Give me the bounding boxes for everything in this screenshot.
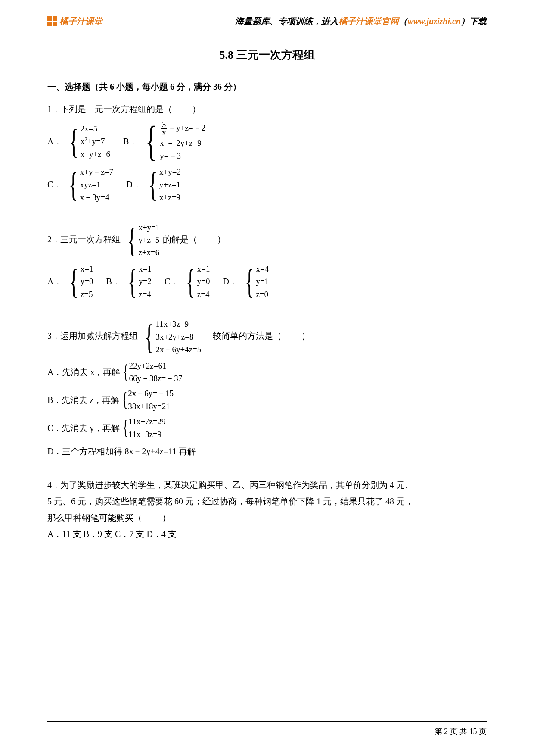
q4-line2: 5 元、6 元，购买这些钢笔需要花 60 元；经过协商，每种钢笔单价下降 1 元…: [47, 493, 487, 509]
footer-rule: [47, 721, 487, 722]
q2-option-c: C． { x=1 y=0 z=4: [165, 262, 211, 300]
q3-option-d: D． 三个方程相加得 8x－2y+4z=11 再解: [47, 443, 487, 459]
question-4: 4．为了奖励进步较大的学生，某班决定购买甲、乙、丙三种钢笔作为奖品，其单价分别为…: [47, 477, 487, 542]
q3-options: A． 先消去 x，再解 { 22y+2z=61 66y－38z=－37 B． 先…: [47, 359, 487, 460]
system-brace: { 2x－6y=－15 38x+18y=21: [120, 387, 174, 412]
logo-text: 橘子汁课堂: [59, 13, 102, 29]
logo-icon: [47, 16, 57, 26]
q1-option-d: D． { x+y=2 y+z=1 x+z=9: [126, 166, 182, 203]
q1-option-c: C． { x+y－z=7 xyz=1 x－3y=4: [47, 166, 114, 203]
q1-option-a: A． { 2x=5 x2+y=7 x+y+z=6: [47, 122, 111, 161]
page-title: 5.8 三元一次方程组: [47, 44, 487, 66]
q2-option-b: B． { x=1 y=2 z=4: [106, 262, 152, 300]
q4-line1: 4．为了奖励进步较大的学生，某班决定购买甲、乙、丙三种钢笔作为奖品，其单价分别为…: [47, 477, 487, 493]
q3-option-c: C． 先消去 y，再解 { 11x+7z=29 11x+3z=9: [47, 415, 487, 440]
question-3: 3．运用加减法解方程组 { 11x+3z=9 3x+2y+z=8 2x－6y+4…: [47, 318, 487, 459]
q1-stem: 1．下列是三元一次方程组的是（ ）: [47, 101, 487, 117]
q3-stem: 3．运用加减法解方程组 { 11x+3z=9 3x+2y+z=8 2x－6y+4…: [47, 318, 487, 356]
page-number: 第 2 页 共 15 页: [47, 724, 487, 739]
system-brace: { 11x+3z=9 3x+2y+z=8 2x－6y+4z=5: [141, 318, 201, 356]
q3-option-a: A． 先消去 x，再解 { 22y+2z=61 66y－38z=－37: [47, 359, 487, 385]
header-right-text: 海量题库、专项训练，进入橘子汁课堂官网（www.juzizhi.cn）下载: [235, 13, 487, 29]
section-heading: 一、选择题（共 6 小题，每小题 6 分，满分 36 分）: [47, 78, 487, 95]
logo: 橘子汁课堂: [47, 13, 102, 29]
q3-option-b: B． 先消去 z，再解 { 2x－6y=－15 38x+18y=21: [47, 387, 487, 412]
system-brace: { 11x+7z=29 11x+3z=9: [121, 415, 165, 440]
system-brace: { x+y－z=7 xyz=1 x－3y=4: [65, 166, 113, 203]
system-brace: { x+y=2 y+z=1 x+z=9: [145, 166, 181, 203]
q4-line3: 那么甲种钢笔可能购买（ ）: [47, 509, 487, 526]
q1-options-row2: C． { x+y－z=7 xyz=1 x－3y=4 D． { x+y=2: [47, 166, 487, 203]
q2-option-a: A． { x=1 y=0 z=5: [47, 262, 94, 300]
system-brace: { 22y+2z=61 66y－38z=－37: [121, 359, 182, 385]
q1-option-b: B． { 3x－y+z=－2 x － 2y+z=9 y=－3: [123, 121, 206, 162]
system-brace: { 2x=5 x2+y=7 x+y+z=6: [65, 122, 110, 161]
question-1: 1．下列是三元一次方程组的是（ ） A． { 2x=5 x2+y=7 x+y+z…: [47, 101, 487, 203]
q2-stem: 2．三元一次方程组 { x+y=1 y+z=5 z+x=6 的解是（ ）: [47, 221, 487, 259]
system-brace: { x+y=1 y+z=5 z+x=6: [124, 221, 160, 259]
page-footer: 第 2 页 共 15 页: [47, 721, 487, 739]
page-header: 橘子汁课堂 海量题库、专项训练，进入橘子汁课堂官网（www.juzizhi.cn…: [47, 13, 487, 44]
question-2: 2．三元一次方程组 { x+y=1 y+z=5 z+x=6 的解是（ ） A． …: [47, 221, 487, 301]
q4-options: A．11 支 B．9 支 C．7 支 D．4 支: [47, 526, 487, 542]
q2-options: A． { x=1 y=0 z=5 B． { x=1 y=2 z=4: [47, 262, 487, 300]
q1-options-row1: A． { 2x=5 x2+y=7 x+y+z=6 B． { 3x－y: [47, 121, 487, 162]
system-brace: { 3x－y+z=－2 x － 2y+z=9 y=－3: [141, 121, 205, 162]
q2-option-d: D． { x=4 y=1 z=0: [223, 262, 270, 300]
